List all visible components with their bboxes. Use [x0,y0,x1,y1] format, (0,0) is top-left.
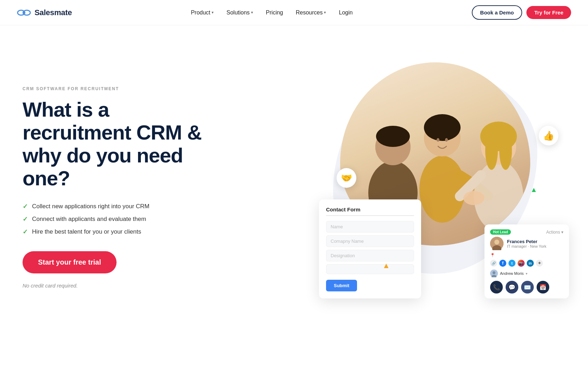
phone-button[interactable]: 📞 [490,281,503,293]
contact-form-name-field[interactable]: Name [326,221,414,233]
contact-info-card: Hot Lead Actions ▾ Frances Peter IT mana… [484,224,569,298]
ci-header: Hot Lead Actions ▾ [490,229,563,235]
nav-links: Product ▾ Solutions ▾ Pricing Resources … [186,7,358,19]
nav-item-solutions[interactable]: Solutions ▾ [221,7,258,19]
linkedin-icon[interactable]: in [527,260,534,267]
resources-chevron-icon: ▾ [324,10,326,15]
svg-point-9 [424,114,461,141]
solutions-chevron-icon: ▾ [251,10,253,15]
svg-point-2 [23,11,25,14]
svg-point-16 [499,131,512,170]
salesmate-logo-icon [17,8,31,18]
check-icon-2: ✓ [23,215,28,223]
assigned-chevron-icon: ▾ [526,272,527,276]
checklist-item-3: ✓ Hire the best talent for you or your c… [23,228,220,236]
hero-section: CRM SOFTWARE FOR RECRUITMENT What is a r… [0,25,588,342]
ci-socials: 🔗 f t 📷 in ✦ [490,260,563,267]
nav-item-login[interactable]: Login [334,7,357,19]
svg-point-10 [437,138,439,142]
hero-left: CRM SOFTWARE FOR RECRUITMENT What is a r… [23,86,220,289]
check-icon-3: ✓ [23,228,28,236]
nav-item-pricing[interactable]: Pricing [261,7,288,19]
hero-illustration: 🤝 👍 ▲ ▲ Contact Form Name Comapny Name D… [319,55,565,320]
instagram-icon[interactable]: 📷 [518,260,525,267]
ci-person: Frances Peter IT manager · New York [490,237,563,250]
svg-point-15 [485,131,498,170]
actions-dropdown[interactable]: Actions ▾ [546,230,563,235]
contact-form-extra-field[interactable] [326,264,414,274]
ci-location: 📍 [490,253,563,258]
email-button[interactable]: ✉️ [521,281,534,293]
free-trial-button[interactable]: Start your free trial [23,251,117,273]
contact-form-designation-field[interactable]: Designation [326,250,414,261]
hero-title: What is a recruitment CRM & why do you n… [23,98,220,190]
navbar: Salesmate Product ▾ Solutions ▾ Pricing … [0,0,588,25]
no-credit-text: No credit card required. [23,283,220,289]
handshake-badge: 🤝 [337,168,356,188]
svg-point-7 [419,156,465,223]
checklist-item-2: ✓ Connect with applicants and evaluate t… [23,215,220,223]
contact-form-title: Contact Form [326,206,414,216]
hot-lead-badge: Hot Lead [490,229,511,235]
svg-point-17 [463,191,484,205]
nav-item-product[interactable]: Product ▾ [186,7,219,19]
calendar-button[interactable]: 📅 [537,281,549,293]
logo[interactable]: Salesmate [17,8,72,18]
try-free-button[interactable]: Try for Free [526,6,571,19]
ci-person-name: Frances Peter [507,239,546,244]
twitter-icon[interactable]: t [508,260,515,267]
svg-point-19 [494,240,499,245]
logo-text: Salesmate [35,8,72,17]
contact-form-company-field[interactable]: Comapny Name [326,235,414,247]
product-chevron-icon: ▾ [212,10,214,15]
assigned-avatar [490,270,498,277]
ci-person-role: IT manager · New York [507,244,546,248]
person-avatar [490,237,503,250]
nav-actions: Book a Demo Try for Free [472,5,571,20]
triangle-green-icon: ▲ [530,186,537,194]
svg-point-22 [493,271,495,274]
assigned-name: Andrew Moris [500,271,524,276]
checklist-item-1: ✓ Collect new applications right into yo… [23,203,220,210]
ci-assigned: Andrew Moris ▾ [490,270,563,277]
location-icon: 📍 [490,253,495,258]
link-icon[interactable]: 🔗 [490,260,497,267]
svg-point-11 [445,138,448,142]
other-icon[interactable]: ✦ [536,260,543,267]
contact-form-submit-button[interactable]: Submit [326,280,357,291]
contact-form-card: Contact Form Name Comapny Name Designati… [319,199,421,298]
svg-point-6 [376,126,410,147]
thumbsup-badge: 👍 [539,126,558,146]
message-button[interactable]: 💬 [506,281,518,293]
ci-action-buttons: 📞 💬 ✉️ 📅 [490,281,563,293]
ci-person-info: Frances Peter IT manager · New York [507,239,546,248]
facebook-icon[interactable]: f [499,260,506,267]
nav-item-resources[interactable]: Resources ▾ [291,7,331,19]
book-demo-button[interactable]: Book a Demo [472,5,523,20]
triangle-yellow-icon: ▲ [382,261,390,270]
hero-tag: CRM SOFTWARE FOR RECRUITMENT [23,86,220,91]
check-icon-1: ✓ [23,203,28,210]
hero-checklist: ✓ Collect new applications right into yo… [23,203,220,236]
